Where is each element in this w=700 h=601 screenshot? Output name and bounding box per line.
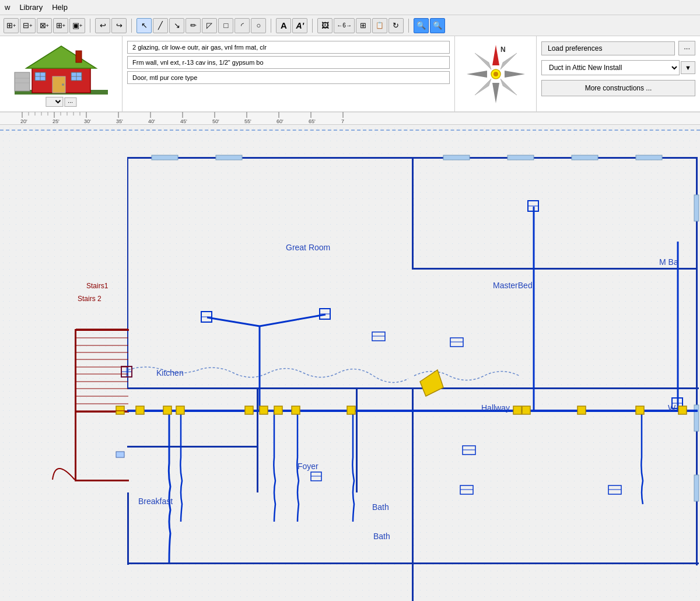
rect-tool-btn[interactable]: □ [218,18,233,33]
svg-rect-66 [412,387,414,601]
constructions-list: 2 glazing, clr low-e outr, air gas, vnl … [123,36,455,111]
text-tool-btn[interactable]: A [276,18,291,33]
svg-rect-72 [75,329,76,481]
undo-btn[interactable]: ↩ [95,18,110,33]
svg-marker-19 [501,53,517,69]
svg-rect-69 [127,446,258,448]
floor-plan-svg[interactable]: Great Room Kitchen Breakfast Foyer Bath … [0,125,700,601]
svg-rect-104 [260,406,268,414]
tool-group5-btn[interactable]: ▣+ [69,18,85,33]
text-styled-btn[interactable]: A' [292,18,307,33]
menu-item-w[interactable]: w [5,3,10,12]
canvas-dashed-border [0,130,700,131]
svg-text:40': 40' [148,118,155,124]
foyer-label: Foyer [298,462,318,471]
tool-group-draw: ↖ ╱ ↘ ✏ ◸ □ ◜ ○ [136,18,266,33]
tool-group1-btn[interactable]: ⊞+ [4,18,19,33]
tool-group2-btn[interactable]: ⊟+ [20,18,35,33]
svg-point-4 [62,83,64,86]
svg-rect-76 [152,155,178,160]
svg-rect-67 [257,387,258,492]
svg-text:25': 25' [52,118,60,124]
pencil-tool-btn[interactable]: ✏ [186,18,201,33]
svg-rect-103 [245,406,253,414]
separator-1 [90,19,90,33]
dims-btn[interactable]: ←6→ [334,18,355,33]
svg-point-24 [494,72,498,76]
masterbed-label: MasterBed [493,281,533,290]
duct-preset-select[interactable]: Duct in Attic New Install [541,60,680,75]
svg-text:7: 7 [341,118,344,124]
export-btn[interactable]: 📋 [372,18,387,33]
line-tool-btn[interactable]: ╱ [153,18,168,33]
toolbar: ⊞+ ⊟+ ⊠+ ⊞+ ▣+ ↩ ↪ ↖ ╱ ↘ ✏ ◸ □ ◜ ○ A A' … [0,15,700,36]
svg-rect-107 [347,406,355,414]
w-room-label: W [668,403,676,413]
construction-item-1[interactable]: Frm wall, vnl ext, r-13 cav ins, 1/2" gy… [127,56,450,69]
duct-dropdown-btn[interactable]: ▼ [681,61,695,74]
circle-tool-btn[interactable]: ○ [251,18,266,33]
svg-rect-111 [636,406,644,414]
tool-group3-btn[interactable]: ⊠+ [37,18,52,33]
zoom-out-btn[interactable]: 🔍 [430,18,445,33]
svg-rect-79 [508,155,534,160]
redo-btn[interactable]: ↪ [111,18,127,33]
svg-rect-82 [694,195,699,221]
hallway-label: Hallway [481,403,510,413]
svg-rect-101 [163,406,172,414]
load-prefs-btn[interactable]: Load preferences [541,41,675,55]
stairs1-label: Stairs1 [86,282,108,290]
house-style-select[interactable] [46,97,63,107]
svg-rect-81 [636,155,662,160]
bath-label: Bath [372,502,389,512]
horizontal-ruler: 20' 25' 30' 35' 40' 45' 50' 55' 60' 65' [0,112,700,125]
svg-rect-110 [578,406,586,414]
svg-rect-77 [216,155,242,160]
more-options-btn[interactable]: ··· [678,41,695,55]
svg-rect-68 [356,387,358,492]
svg-text:20': 20' [20,118,27,124]
svg-rect-112 [678,406,687,414]
tool-group-undo-redo: ↩ ↪ [95,18,127,33]
menubar: w Library Help [0,0,700,15]
compass-area: N [455,36,537,111]
svg-text:60': 60' [276,118,284,124]
svg-rect-113 [116,452,124,457]
menu-item-help[interactable]: Help [52,3,68,12]
svg-rect-59 [127,157,128,387]
tool-group-text: A A' [276,18,307,33]
separator-4 [312,19,313,33]
arrow-tool-btn[interactable]: ↘ [169,18,184,33]
svg-text:N: N [501,46,506,54]
duct-select-row: Duct in Attic New Install ▼ [541,60,695,75]
ruler-svg: 20' 25' 30' 35' 40' 45' 50' 55' 60' 65' [0,112,700,125]
tool-group-zoom: 🔍 🔍 [414,18,445,33]
grid-btn[interactable]: ⊞ [356,18,371,33]
svg-marker-2 [26,46,96,68]
svg-rect-105 [274,406,282,414]
construction-item-0[interactable]: 2 glazing, clr low-e outr, air gas, vnl … [127,41,450,54]
image-btn[interactable]: 🖼 [317,18,332,33]
svg-rect-64 [412,268,698,270]
svg-rect-83 [694,405,699,431]
bath2-label: Bath [373,532,390,541]
svg-marker-22 [475,79,491,95]
menu-item-library[interactable]: Library [19,3,43,12]
house-dropdown-btn[interactable]: ··· [64,97,76,107]
more-constructions-btn[interactable]: More constructions ... [541,80,695,96]
zoom-in-btn[interactable]: 🔍 [414,18,429,33]
select-tool-btn[interactable]: ↖ [136,18,152,33]
arc-tool-btn[interactable]: ◜ [235,18,250,33]
canvas-area[interactable]: Great Room Kitchen Breakfast Foyer Bath … [0,125,700,601]
angle-tool-btn[interactable]: ◸ [202,18,217,33]
stairs2-label: Stairs 2 [78,295,102,303]
refresh-btn[interactable]: ↻ [388,18,404,33]
separator-3 [271,19,271,33]
tool-group4-btn[interactable]: ⊞+ [53,18,68,33]
tool-group-1: ⊞+ ⊟+ ⊠+ ⊞+ ▣+ [4,18,85,33]
svg-rect-80 [572,155,598,160]
tool-group-misc: 🖼 ←6→ ⊞ 📋 ↻ [317,18,404,33]
svg-marker-20 [475,53,491,69]
svg-rect-70 [127,562,699,564]
construction-item-2[interactable]: Door, mtl pur core type [127,71,450,84]
